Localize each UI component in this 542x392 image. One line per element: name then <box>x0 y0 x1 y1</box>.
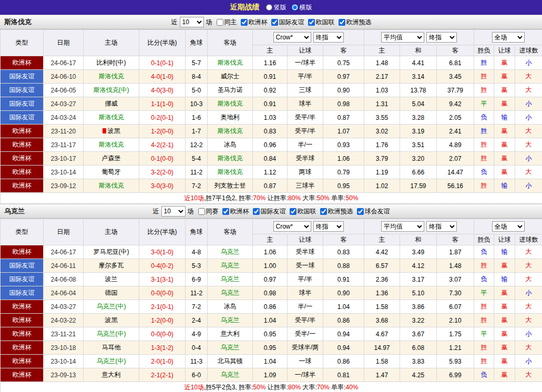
corner-score: 4-9 <box>186 327 208 341</box>
avg-draw: 3.67 <box>400 327 437 341</box>
avg-away: 56.16 <box>437 179 474 193</box>
match-date: 24-06-08 <box>44 273 84 286</box>
home-team-cell: 波兰 <box>84 273 139 286</box>
match-row: 国际友谊24-06-08波兰3-1(3-1)6-9乌克兰0.97平/半0.912… <box>1 273 542 286</box>
avg-away: 14.47 <box>437 166 474 179</box>
summary-segment: 近10场 <box>185 384 204 391</box>
avg-draw: 3.51 <box>400 138 437 152</box>
match-row: 欧洲杯23-10-17卢森堡0-1(0-0)5-4斯洛伐克0.84受半球1.06… <box>1 152 542 166</box>
competition-checkbox[interactable] <box>290 208 296 215</box>
column-header: 角球 <box>186 219 208 245</box>
odds-handicap: 受平/半 <box>288 125 323 138</box>
competition-filter[interactable]: 欧洲预选 <box>336 18 372 27</box>
bookmaker-select[interactable]: Crow* <box>273 221 311 232</box>
competition-filter[interactable]: 球会友谊 <box>355 207 390 216</box>
competition-type: 欧洲杯 <box>1 125 44 138</box>
odds-handicap: 球半 <box>288 97 323 111</box>
matches-table: 类型日期主场比分(半场)角球客场Crow*终指平均值终指全场主让球客主和客胜负让… <box>0 29 542 204</box>
column-subheader: 进球数 <box>515 45 542 56</box>
layout-option-horizontal[interactable]: 横版 <box>292 3 312 12</box>
odds-handicap: 三球半 <box>288 179 323 193</box>
avg-draw: 17.59 <box>400 179 437 193</box>
competition-checkbox[interactable] <box>241 19 248 26</box>
column-subheader: 让球 <box>288 45 323 56</box>
competition-label: 欧洲预选 <box>346 18 372 27</box>
competition-checkbox[interactable] <box>253 208 260 215</box>
layout-radio-vertical[interactable] <box>266 4 272 11</box>
avg-away: 7.30 <box>437 286 474 300</box>
home-team-cell: 德国 <box>84 286 139 300</box>
odds-away: 0.86 <box>323 314 364 327</box>
layout-toggle: 竖版横版 <box>266 3 312 12</box>
games-label: 场 <box>206 18 212 27</box>
competition-checkbox[interactable] <box>320 208 327 215</box>
odds-handicap: 受平/半 <box>288 111 323 125</box>
home-team: 挪威 <box>105 100 118 107</box>
result-goals: 大 <box>515 341 542 355</box>
competition-label: 球会友谊 <box>365 207 390 216</box>
result-goals: 大 <box>515 245 542 259</box>
recent-count-select[interactable]: 10 <box>161 206 186 216</box>
average-stage-select[interactable]: 终指 <box>426 221 457 232</box>
corner-score: 7-2 <box>186 300 208 314</box>
away-team-cell: 乌克兰 <box>208 259 253 273</box>
match-score: 0-1(0-0) <box>139 152 186 166</box>
odds-handicap: 球半 <box>288 286 323 300</box>
competition-filter[interactable]: 欧洲杯 <box>239 18 268 27</box>
scope-select[interactable]: 全场 <box>492 32 525 43</box>
competition-checkbox[interactable] <box>308 19 315 26</box>
away-team: 斯洛伐克 <box>218 127 243 135</box>
stage-select[interactable]: 终指 <box>313 32 344 43</box>
column-subheader: 客 <box>323 234 364 245</box>
competition-filter[interactable]: 国际友谊 <box>251 207 286 216</box>
average-select[interactable]: 平均值 <box>381 221 424 232</box>
competition-checkbox[interactable] <box>357 208 364 215</box>
recent-count-select[interactable]: 10 <box>180 17 204 27</box>
odds-home: 1.16 <box>253 56 288 70</box>
same-filter-checkbox[interactable] <box>198 208 205 215</box>
bookmaker-select[interactable]: Crow* <box>273 32 311 43</box>
result-handicap: 赢 <box>494 341 515 355</box>
avg-home: 3.79 <box>364 152 400 166</box>
result-goals: 小 <box>515 152 542 166</box>
match-score: 3-2(2-0) <box>139 166 186 179</box>
competition-filter[interactable]: 欧洲预选 <box>318 207 353 216</box>
average-select[interactable]: 平均值 <box>381 32 424 43</box>
column-header: 日期 <box>44 30 84 56</box>
odds-away: 0.90 <box>323 84 364 97</box>
corner-score: 1-7 <box>186 125 208 138</box>
competition-checkbox[interactable] <box>271 19 278 26</box>
column-header: 角球 <box>186 30 208 56</box>
odds-home: 1.00 <box>253 259 288 273</box>
stage-select[interactable]: 终指 <box>313 221 344 232</box>
corner-score: 5-4 <box>186 152 208 166</box>
competition-checkbox[interactable] <box>339 19 345 26</box>
away-team: 乌克兰 <box>221 344 240 351</box>
competition-filter[interactable]: 欧国联 <box>288 207 316 216</box>
same-filter[interactable]: 同主 <box>214 18 237 27</box>
match-score: 1-2(0-0) <box>139 314 186 327</box>
competition-checkbox[interactable] <box>222 208 229 215</box>
result-handicap: 赢 <box>494 152 515 166</box>
avg-away: 6.07 <box>437 300 474 314</box>
column-subheader: 客 <box>437 45 474 56</box>
competition-filter[interactable]: 国际友谊 <box>269 18 304 27</box>
same-filter[interactable]: 同赛 <box>196 207 219 216</box>
average-stage-select[interactable]: 终指 <box>426 32 457 43</box>
recent-label: 近 <box>153 207 159 216</box>
odds-handicap: 两球 <box>288 166 323 179</box>
competition-filter[interactable]: 欧国联 <box>306 18 335 27</box>
away-team: 奥地利 <box>221 114 240 121</box>
odds-handicap: 受球半/两 <box>288 341 323 355</box>
home-team: 波兰 <box>105 275 118 283</box>
match-score: 1-1(1-0) <box>139 97 186 111</box>
layout-option-vertical[interactable]: 竖版 <box>266 3 287 12</box>
competition-filter[interactable]: 欧洲杯 <box>220 207 249 216</box>
scope-select[interactable]: 全场 <box>492 221 525 232</box>
layout-radio-horizontal[interactable] <box>292 4 298 11</box>
home-team-cell: 葡萄牙 <box>84 166 139 179</box>
result-outcome: 胜 <box>474 56 494 70</box>
odds-away: 0.98 <box>323 97 364 111</box>
same-filter-checkbox[interactable] <box>217 19 223 26</box>
column-header: 类型 <box>1 30 44 56</box>
